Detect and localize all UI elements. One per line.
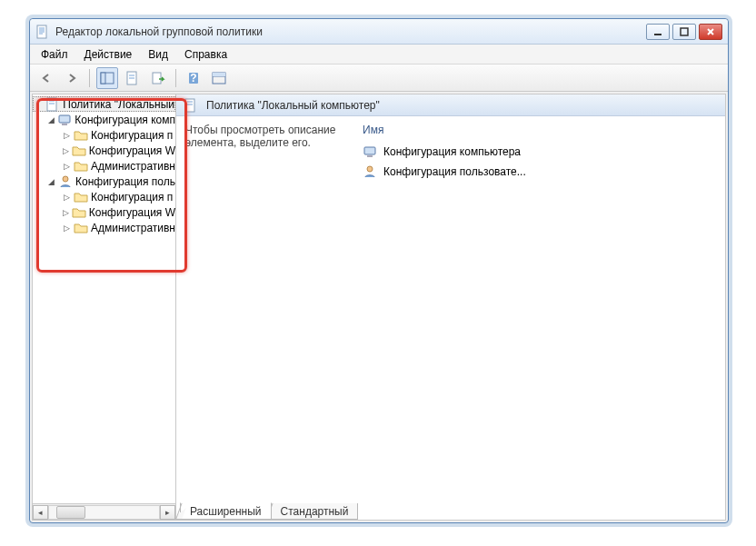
tree-root[interactable]: Политика "Локальный (33, 96, 175, 112)
tree-label: Административн (91, 160, 175, 173)
app-icon (35, 25, 50, 39)
svg-rect-10 (101, 73, 105, 84)
tree-scroll-area[interactable]: Политика "Локальный ◢ Конфигурация комп … (33, 94, 175, 503)
view-tabs: Расширенный Стандартный (176, 500, 725, 520)
description-text: Чтобы просмотреть описание элемента, выд… (185, 124, 353, 149)
svg-point-25 (63, 176, 68, 182)
title-bar: Редактор локальной групповой политики (30, 19, 728, 45)
filter-options-icon (212, 71, 226, 85)
collapse-icon[interactable]: ◢ (47, 176, 56, 186)
computer-icon (363, 144, 377, 159)
tree-item[interactable]: ▷ Конфигурация W (33, 204, 175, 220)
details-pane: Политика "Локальный компьютер" Чтобы про… (176, 94, 725, 520)
tree-item[interactable]: ▷ Конфигурация п (33, 127, 175, 143)
close-button[interactable] (699, 24, 722, 40)
arrow-right-icon (65, 72, 78, 84)
user-icon (363, 164, 377, 179)
svg-rect-29 (364, 147, 375, 154)
window-title: Редактор локальной групповой политики (55, 25, 643, 38)
scroll-thumb[interactable] (56, 506, 85, 519)
user-icon (58, 174, 73, 189)
expand-icon[interactable]: ▷ (62, 145, 70, 155)
tree-label: Конфигурация п (91, 129, 173, 142)
tree-user-config[interactable]: ◢ Конфигурация поль (33, 174, 175, 189)
tree-label: Административн (91, 222, 175, 234)
horizontal-scrollbar[interactable]: ◂ ▸ (33, 503, 175, 520)
minimize-button[interactable] (646, 24, 670, 40)
expand-icon[interactable]: ▷ (62, 223, 72, 233)
help-button[interactable]: ? (183, 67, 204, 89)
folder-icon (74, 221, 88, 235)
detail-body: Чтобы просмотреть описание элемента, выд… (176, 116, 725, 500)
svg-rect-19 (213, 73, 225, 76)
expand-icon[interactable]: ▷ (62, 130, 72, 140)
node-header: Политика "Локальный компьютер" (176, 94, 725, 116)
tree-item[interactable]: ▷ Административн (33, 220, 175, 235)
show-tree-button[interactable] (96, 67, 118, 89)
menu-file[interactable]: Файл (34, 46, 75, 63)
tree-item[interactable]: ▷ Конфигурация п (33, 189, 175, 204)
menu-help[interactable]: Справка (177, 46, 234, 63)
tree-label: Конфигурация поль (75, 175, 175, 188)
tree-label: Конфигурация п (91, 191, 173, 204)
menu-bar: Файл Действие Вид Справка (30, 45, 728, 65)
toolbar-separator (89, 69, 90, 87)
tree-label: Конфигурация W (89, 144, 175, 157)
list-item[interactable]: Конфигурация пользовате... (363, 164, 716, 180)
properties-icon (125, 71, 140, 85)
folder-icon (72, 205, 86, 220)
collapse-icon[interactable]: ◢ (47, 114, 55, 124)
node-title: Политика "Локальный компьютер" (206, 99, 380, 112)
tab-standard[interactable]: Стандартный (271, 503, 359, 520)
export-button[interactable] (147, 67, 169, 89)
folder-icon (74, 128, 88, 143)
content-area: Политика "Локальный ◢ Конфигурация комп … (32, 94, 726, 521)
svg-text:?: ? (190, 72, 196, 84)
scroll-track[interactable] (48, 505, 160, 520)
item-label: Конфигурация компьютера (383, 145, 521, 158)
expander-icon[interactable] (37, 99, 44, 109)
folder-icon (72, 144, 86, 158)
svg-rect-23 (59, 115, 70, 123)
tree-computer-config[interactable]: ◢ Конфигурация комп (33, 112, 175, 127)
app-window: Редактор локальной групповой политики Фа… (29, 18, 729, 523)
filter-button[interactable] (208, 67, 230, 89)
tab-extended[interactable]: Расширенный (180, 502, 272, 520)
svg-rect-24 (62, 124, 67, 125)
help-icon: ? (186, 71, 201, 85)
back-button[interactable] (35, 67, 57, 89)
tree-item[interactable]: ▷ Административн (33, 158, 175, 174)
scroll-left-button[interactable]: ◂ (33, 505, 48, 520)
tree-label: Политика "Локальный (63, 98, 174, 111)
expand-icon[interactable]: ▷ (62, 192, 72, 202)
properties-button[interactable] (122, 67, 144, 89)
svg-rect-26 (185, 99, 194, 112)
scroll-right-button[interactable]: ▸ (160, 505, 175, 520)
svg-rect-14 (153, 73, 161, 84)
column-header-name[interactable]: Имя (363, 124, 716, 140)
arrow-left-icon (40, 72, 53, 84)
tree-item[interactable]: ▷ Конфигурация W (33, 143, 175, 158)
tree-pane: Политика "Локальный ◢ Конфигурация комп … (33, 94, 176, 520)
forward-button[interactable] (61, 67, 83, 89)
computer-icon (57, 113, 72, 127)
folder-icon (74, 159, 88, 174)
toolbar: ? (30, 65, 728, 92)
maximize-button[interactable] (672, 24, 696, 40)
list-item[interactable]: Конфигурация компьютера (363, 144, 716, 160)
menu-view[interactable]: Вид (141, 46, 175, 63)
svg-rect-6 (681, 28, 688, 35)
export-list-icon (151, 71, 165, 85)
toolbar-separator (175, 69, 176, 87)
tree: Политика "Локальный ◢ Конфигурация комп … (33, 94, 175, 237)
tree-pane-icon (100, 71, 114, 85)
tree-label: Конфигурация W (89, 206, 175, 219)
expand-icon[interactable]: ▷ (62, 207, 70, 217)
menu-action[interactable]: Действие (77, 46, 140, 63)
item-label: Конфигурация пользовате... (383, 165, 526, 178)
list-panel: Имя Конфигурация компьютера Конфигурация… (363, 124, 716, 492)
folder-icon (74, 190, 88, 204)
svg-point-31 (367, 166, 373, 172)
expand-icon[interactable]: ▷ (62, 161, 72, 171)
description-panel: Чтобы просмотреть описание элемента, выд… (185, 124, 353, 492)
